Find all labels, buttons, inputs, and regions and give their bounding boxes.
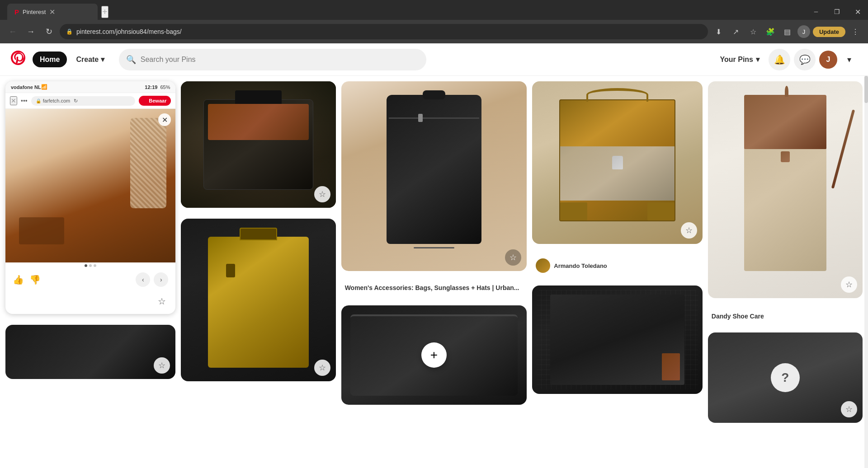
window-minimize-btn[interactable]: ─ <box>806 2 826 22</box>
search-icon: 🔍 <box>126 55 136 65</box>
browser-chrome: P Pinterest ✕ + ─ ❐ ✕ ← → ↻ 🔒 pinterest.… <box>0 0 868 43</box>
pin-card-small-bag[interactable]: ☆ <box>5 325 175 379</box>
phone-reaction-btns: 👍 👎 <box>13 274 41 285</box>
attr-avatar <box>536 258 550 273</box>
grid-col-3: ☆ Women's Accessories: Bags, Sunglasses … <box>341 81 527 463</box>
dot-2 <box>89 264 92 267</box>
search-input[interactable] <box>141 56 419 64</box>
reload-btn[interactable]: ↻ <box>42 24 56 39</box>
messages-btn[interactable]: 💬 <box>794 49 816 70</box>
bookmark-btn[interactable]: ☆ <box>746 24 760 39</box>
backpack-title: Women's Accessories: Bags, Sunglasses + … <box>345 284 524 293</box>
window-close-btn[interactable]: ✕ <box>847 2 868 22</box>
pin-card-dark-briefcase[interactable]: ☆ <box>181 81 335 208</box>
address-bar[interactable]: 🔒 pinterest.com/johnsiou84/mens-bags/ <box>60 24 708 39</box>
user-avatar[interactable]: J <box>819 51 837 69</box>
yellow-briefcase-star[interactable]: ☆ <box>314 360 330 376</box>
phone-save-btn[interactable]: P Bewaar <box>139 96 171 106</box>
add-pin-btn[interactable]: + <box>421 342 447 368</box>
attr-name: Armando Toledano <box>554 262 607 269</box>
pins-grid: vodafone NL 📶 12:19 65% ✕ ••• 🔒 farfetch… <box>0 76 868 468</box>
nav-home[interactable]: Home <box>33 51 67 67</box>
header-actions: Your Pins ▾ 🔔 💬 J ▾ <box>715 49 858 70</box>
forward-btn[interactable]: → <box>24 24 38 39</box>
back-btn[interactable]: ← <box>5 24 20 39</box>
black-backpack-desc: Women's Accessories: Bags, Sunglasses + … <box>341 280 527 296</box>
pin-card-canvas[interactable]: ☆ <box>708 81 863 298</box>
phone-bottom-controls: 👍 👎 ‹ › <box>5 269 175 290</box>
pin-card-dark-lower[interactable]: + <box>341 305 527 405</box>
tab-bar: P Pinterest ✕ + ─ ❐ ✕ <box>0 0 868 20</box>
time-text: 12:19 <box>145 84 157 90</box>
window-controls: ─ ❐ ✕ <box>806 2 868 22</box>
menu-btn[interactable]: ⋮ <box>848 24 863 39</box>
phone-image-close[interactable]: ✕ <box>158 113 171 126</box>
phone-next-arrow[interactable]: › <box>154 272 168 287</box>
phone-thumbs-down[interactable]: 👎 <box>29 274 41 285</box>
phone-reload-icon: ↻ <box>74 98 78 104</box>
phone-x-btn[interactable]: ✕ <box>10 96 17 105</box>
grid-col-5: ☆ Dandy Shoe Care ? ☆ <box>708 81 863 463</box>
pinterest-logo[interactable] <box>11 51 25 69</box>
pinterest-header: Home Create ▾ 🔍 Your Pins ▾ 🔔 💬 J ▾ <box>0 43 868 76</box>
pin-card-mystery[interactable]: ? ☆ <box>708 332 863 423</box>
url-input[interactable]: pinterest.com/johnsiou84/mens-bags/ <box>76 28 702 35</box>
expand-btn[interactable]: ▾ <box>841 51 857 68</box>
canvas-label: Dandy Shoe Care <box>708 309 863 323</box>
canvas-source: Dandy Shoe Care <box>712 313 859 320</box>
sidebar-btn[interactable]: ▤ <box>780 24 795 39</box>
hermes-attribution: Armando Toledano <box>532 255 702 276</box>
scrollbar-thumb[interactable] <box>864 76 868 103</box>
dot-3 <box>94 264 96 267</box>
nav-create[interactable]: Create ▾ <box>69 51 111 67</box>
pinterest-app: Home Create ▾ 🔍 Your Pins ▾ 🔔 💬 J ▾ <box>0 43 868 468</box>
phone-bag-image: ✕ <box>5 109 175 262</box>
phone-nav-arrows: ‹ › <box>136 272 168 287</box>
black-backpack-star[interactable]: ☆ <box>505 249 521 266</box>
extensions-btn[interactable]: 🧩 <box>763 24 778 39</box>
phone-lock-icon: 🔒 <box>36 98 41 103</box>
security-icon: 🔒 <box>66 28 73 35</box>
phone-url-bar[interactable]: 🔒 farfetch.com ↻ <box>31 96 136 106</box>
toolbar-right: ⬇ ↗ ☆ 🧩 ▤ J Update ⋮ <box>712 24 863 39</box>
share-btn[interactable]: ↗ <box>729 24 743 39</box>
search-bar[interactable]: 🔍 <box>119 49 426 70</box>
canvas-star[interactable]: ☆ <box>841 276 857 293</box>
phone-status-bar: vodafone NL 📶 12:19 65% <box>5 81 175 93</box>
phone-browser-bar: ✕ ••• 🔒 farfetch.com ↻ P Bewaar <box>5 93 175 109</box>
grid-col-2: ☆ ☆ <box>181 81 335 463</box>
carrier-text: vodafone NL <box>11 84 41 90</box>
browser-toolbar: ← → ↻ 🔒 pinterest.com/johnsiou84/mens-ba… <box>0 20 868 43</box>
phone-url: farfetch.com <box>43 98 71 103</box>
pin-card-yellow-briefcase[interactable]: ☆ <box>181 219 335 381</box>
phone-prev-arrow[interactable]: ‹ <box>136 272 150 287</box>
hermes-star[interactable]: ☆ <box>681 222 697 239</box>
download-btn[interactable]: ⬇ <box>712 24 726 39</box>
pinterest-search: 🔍 <box>119 49 426 70</box>
phone-card-star[interactable]: ☆ <box>154 293 170 309</box>
battery-text: 65% <box>160 84 170 90</box>
pin-card-phone[interactable]: vodafone NL 📶 12:19 65% ✕ ••• 🔒 farfetch… <box>5 81 175 314</box>
notifications-btn[interactable]: 🔔 <box>769 49 790 70</box>
your-pins-btn[interactable]: Your Pins ▾ <box>715 51 765 67</box>
small-bag-star[interactable]: ☆ <box>154 357 170 374</box>
pagination-dots <box>5 262 175 269</box>
new-tab-btn[interactable]: + <box>101 6 108 18</box>
pin-card-black-backpack[interactable]: ☆ <box>341 81 527 271</box>
browser-profile[interactable]: J <box>797 25 810 38</box>
mystery-star[interactable]: ☆ <box>841 401 857 417</box>
dark-briefcase-star[interactable]: ☆ <box>314 186 330 202</box>
tab-favicon: P <box>14 8 19 16</box>
pinterest-main: vodafone NL 📶 12:19 65% ✕ ••• 🔒 farfetch… <box>0 76 868 468</box>
pin-card-hermes[interactable]: ☆ <box>532 81 702 244</box>
question-mark-overlay: ? <box>771 363 800 392</box>
update-button[interactable]: Update <box>813 27 845 37</box>
pin-card-dark-suit[interactable] <box>532 285 702 394</box>
phone-thumbs-up[interactable]: 👍 <box>13 274 24 285</box>
tab-close-btn[interactable]: ✕ <box>49 8 55 16</box>
grid-col-4: ☆ Armando Toledano <box>532 81 702 463</box>
active-tab[interactable]: P Pinterest ✕ <box>7 4 98 20</box>
pinterest-nav: Home Create ▾ <box>33 51 112 67</box>
window-restore-btn[interactable]: ❐ <box>826 2 847 22</box>
grid-col-1: vodafone NL 📶 12:19 65% ✕ ••• 🔒 farfetch… <box>5 81 175 463</box>
